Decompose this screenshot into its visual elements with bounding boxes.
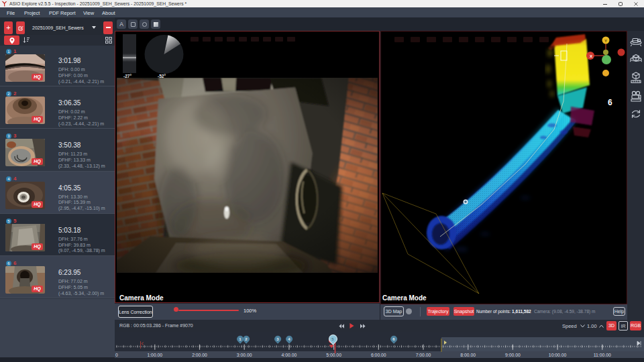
svg-text:Y: Y [604, 39, 607, 43]
svg-text:X: X [590, 54, 592, 58]
svg-text:6: 6 [608, 98, 612, 107]
